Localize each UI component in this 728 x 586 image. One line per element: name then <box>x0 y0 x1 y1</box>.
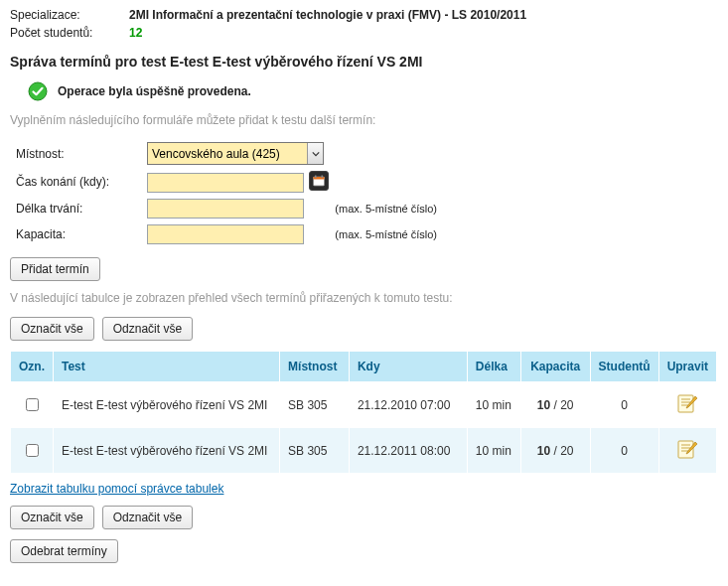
deselect-all-bottom-button[interactable]: Odznačit vše <box>102 506 193 529</box>
chevron-down-icon[interactable] <box>307 143 323 164</box>
cell-test: E-test E-test výběrového řízení VS 2MI <box>54 382 280 428</box>
col-capacity: Kapacita <box>520 352 590 382</box>
terms-table: Ozn. Test Místnost Kdy Délka Kapacita St… <box>10 351 717 474</box>
spec-label: Specializace: <box>10 8 129 22</box>
calendar-icon[interactable] <box>309 171 329 191</box>
col-room: Místnost <box>280 352 350 382</box>
cell-duration: 10 min <box>467 428 520 474</box>
select-all-bottom-button[interactable]: Označit vše <box>10 506 94 529</box>
spec-value: 2MI Informační a prezentační technologie… <box>129 8 526 22</box>
capacity-label: Kapacita: <box>10 221 147 247</box>
success-check-icon <box>28 81 48 101</box>
list-intro: V následující tabulce je zobrazen přehle… <box>10 291 718 305</box>
cell-when: 21.12.2011 08:00 <box>349 428 467 474</box>
add-term-button[interactable]: Přidat termín <box>10 257 100 281</box>
duration-label: Délka trvání: <box>10 196 147 221</box>
duration-hint: (max. 5-místné číslo) <box>335 196 443 221</box>
cell-test: E-test E-test výběrového řízení VS 2MI <box>54 428 280 474</box>
col-edit: Upravit <box>658 352 716 382</box>
table-row: E-test E-test výběrového řízení VS 2MI S… <box>11 428 717 474</box>
table-row: E-test E-test výběrového řízení VS 2MI S… <box>11 382 717 428</box>
form-intro: Vyplněním následujícího formuláře můžete… <box>10 113 718 127</box>
remove-terms-button[interactable]: Odebrat termíny <box>10 539 118 563</box>
row-checkbox[interactable] <box>26 398 39 411</box>
time-label: Čas konání (kdy): <box>10 168 147 196</box>
cell-when: 21.12.2010 07:00 <box>349 382 467 428</box>
cell-students: 0 <box>590 382 658 428</box>
col-test: Test <box>54 352 280 382</box>
duration-input[interactable] <box>147 199 304 219</box>
edit-icon[interactable] <box>676 438 698 460</box>
col-students: Studentů <box>590 352 658 382</box>
cell-room: SB 305 <box>280 428 350 474</box>
cell-room: SB 305 <box>280 382 350 428</box>
cell-duration: 10 min <box>467 382 520 428</box>
svg-rect-4 <box>322 176 324 179</box>
students-label: Počet studentů: <box>10 26 129 40</box>
svg-rect-3 <box>315 176 317 179</box>
page-title: Správa termínů pro test E-test E-test vý… <box>10 54 718 70</box>
capacity-hint: (max. 5-místné číslo) <box>335 221 443 247</box>
add-term-form: Místnost: Čas konání (kdy): Délka trvání… <box>10 139 443 247</box>
room-label: Místnost: <box>10 139 147 168</box>
edit-icon[interactable] <box>676 392 698 414</box>
students-value: 12 <box>129 26 142 40</box>
select-all-top-button[interactable]: Označit vše <box>10 317 94 341</box>
col-when: Kdy <box>349 352 467 382</box>
capacity-input[interactable] <box>147 224 304 244</box>
row-checkbox[interactable] <box>26 444 39 457</box>
cell-capacity: 10 / 20 <box>520 382 590 428</box>
time-input[interactable] <box>147 173 304 193</box>
success-banner: Operace byla úspěšně provedena. <box>28 81 718 101</box>
col-duration: Délka <box>467 352 520 382</box>
success-text: Operace byla úspěšně provedena. <box>58 84 251 98</box>
col-mark: Ozn. <box>11 352 54 382</box>
deselect-all-top-button[interactable]: Odznačit vše <box>102 317 193 341</box>
room-select-value[interactable] <box>148 143 307 164</box>
room-select[interactable] <box>147 142 324 165</box>
show-table-manager-link[interactable]: Zobrazit tabulku pomocí správce tabulek <box>10 482 223 496</box>
cell-capacity: 10 / 20 <box>520 428 590 474</box>
cell-students: 0 <box>590 428 658 474</box>
